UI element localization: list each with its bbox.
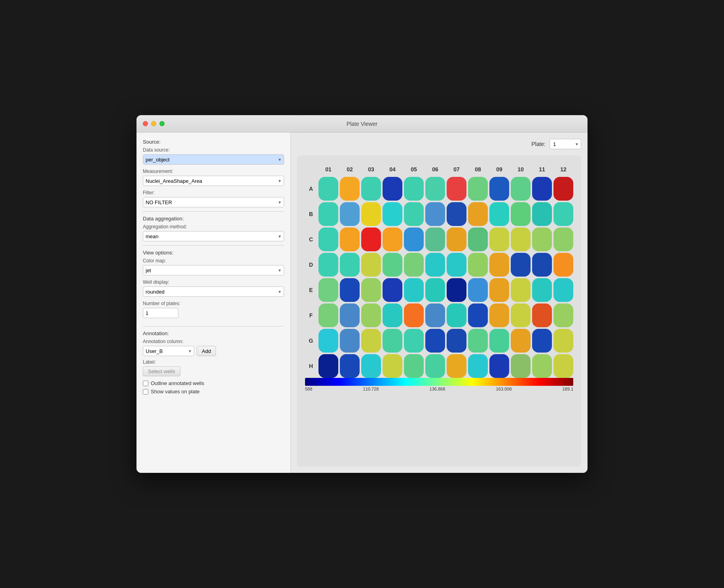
well-H12[interactable] — [553, 354, 573, 378]
well-C07[interactable] — [447, 228, 466, 251]
add-button[interactable]: Add — [197, 346, 216, 356]
well-B12[interactable] — [553, 202, 573, 226]
well-D02[interactable] — [340, 253, 360, 277]
well-C10[interactable] — [511, 228, 531, 251]
well-D11[interactable] — [532, 253, 552, 277]
data-source-select[interactable]: per_object per_image per_experiment — [143, 154, 284, 165]
well-H11[interactable] — [532, 354, 552, 378]
well-H03[interactable] — [361, 354, 381, 378]
well-F01[interactable] — [318, 303, 338, 327]
well-D08[interactable] — [468, 253, 488, 277]
well-E02[interactable] — [340, 278, 360, 302]
well-A12[interactable] — [553, 177, 573, 201]
well-E09[interactable] — [489, 278, 509, 302]
well-A02[interactable] — [340, 177, 360, 201]
outline-checkbox[interactable] — [143, 381, 148, 386]
well-E07[interactable] — [447, 278, 466, 302]
well-H07[interactable] — [447, 354, 466, 378]
well-E03[interactable] — [361, 278, 381, 302]
filter-select[interactable]: NO FILTER — [143, 197, 284, 207]
color-map-select[interactable]: jet hot cool gray — [143, 265, 284, 275]
well-B07[interactable] — [447, 202, 466, 226]
well-A07[interactable] — [447, 177, 466, 201]
fullscreen-button[interactable] — [159, 121, 165, 126]
well-H04[interactable] — [383, 354, 402, 378]
well-G12[interactable] — [553, 329, 573, 353]
well-B11[interactable] — [532, 202, 552, 226]
select-wells-button[interactable]: Select wells — [143, 366, 180, 376]
well-B03[interactable] — [361, 202, 381, 226]
well-display-select[interactable]: rounded square circle — [143, 286, 284, 297]
well-F08[interactable] — [468, 303, 488, 327]
well-A04[interactable] — [383, 177, 402, 201]
well-E12[interactable] — [553, 278, 573, 302]
well-A03[interactable] — [361, 177, 381, 201]
well-F10[interactable] — [511, 303, 531, 327]
well-E11[interactable] — [532, 278, 552, 302]
well-C12[interactable] — [553, 228, 573, 251]
well-B08[interactable] — [468, 202, 488, 226]
well-G04[interactable] — [383, 329, 402, 353]
well-F02[interactable] — [340, 303, 360, 327]
well-B06[interactable] — [425, 202, 445, 226]
well-D03[interactable] — [361, 253, 381, 277]
well-C05[interactable] — [404, 228, 424, 251]
show-values-checkbox[interactable] — [143, 389, 148, 395]
well-B09[interactable] — [489, 202, 509, 226]
well-F04[interactable] — [383, 303, 402, 327]
well-F11[interactable] — [532, 303, 552, 327]
well-H10[interactable] — [511, 354, 531, 378]
well-H05[interactable] — [404, 354, 424, 378]
well-G07[interactable] — [447, 329, 466, 353]
well-D04[interactable] — [383, 253, 402, 277]
well-A09[interactable] — [489, 177, 509, 201]
well-G11[interactable] — [532, 329, 552, 353]
close-button[interactable] — [143, 121, 148, 126]
well-C06[interactable] — [425, 228, 445, 251]
well-E04[interactable] — [383, 278, 402, 302]
well-D01[interactable] — [318, 253, 338, 277]
well-A05[interactable] — [404, 177, 424, 201]
well-G10[interactable] — [511, 329, 531, 353]
well-E01[interactable] — [318, 278, 338, 302]
well-D07[interactable] — [447, 253, 466, 277]
well-G08[interactable] — [468, 329, 488, 353]
well-G03[interactable] — [361, 329, 381, 353]
well-C08[interactable] — [468, 228, 488, 251]
well-H08[interactable] — [468, 354, 488, 378]
well-F03[interactable] — [361, 303, 381, 327]
well-H06[interactable] — [425, 354, 445, 378]
well-D09[interactable] — [489, 253, 509, 277]
well-C02[interactable] — [340, 228, 360, 251]
well-C03[interactable] — [361, 228, 381, 251]
well-H09[interactable] — [489, 354, 509, 378]
well-A01[interactable] — [318, 177, 338, 201]
well-E05[interactable] — [404, 278, 424, 302]
well-D05[interactable] — [404, 253, 424, 277]
well-A11[interactable] — [532, 177, 552, 201]
well-G09[interactable] — [489, 329, 509, 353]
well-A10[interactable] — [511, 177, 531, 201]
well-G01[interactable] — [318, 329, 338, 353]
well-D12[interactable] — [553, 253, 573, 277]
well-C09[interactable] — [489, 228, 509, 251]
well-E06[interactable] — [425, 278, 445, 302]
well-C01[interactable] — [318, 228, 338, 251]
well-C11[interactable] — [532, 228, 552, 251]
well-F07[interactable] — [447, 303, 466, 327]
well-B04[interactable] — [383, 202, 402, 226]
well-B05[interactable] — [404, 202, 424, 226]
show-values-label[interactable]: Show values on plate — [151, 389, 200, 395]
well-G05[interactable] — [404, 329, 424, 353]
agg-method-select[interactable]: mean median std — [143, 231, 284, 241]
well-D06[interactable] — [425, 253, 445, 277]
plate-select[interactable]: 1 2 3 — [550, 139, 581, 149]
well-C04[interactable] — [383, 228, 402, 251]
well-B01[interactable] — [318, 202, 338, 226]
well-A06[interactable] — [425, 177, 445, 201]
well-B02[interactable] — [340, 202, 360, 226]
well-G02[interactable] — [340, 329, 360, 353]
annotation-column-select[interactable]: User_B User_A — [143, 346, 194, 356]
well-E08[interactable] — [468, 278, 488, 302]
well-B10[interactable] — [511, 202, 531, 226]
